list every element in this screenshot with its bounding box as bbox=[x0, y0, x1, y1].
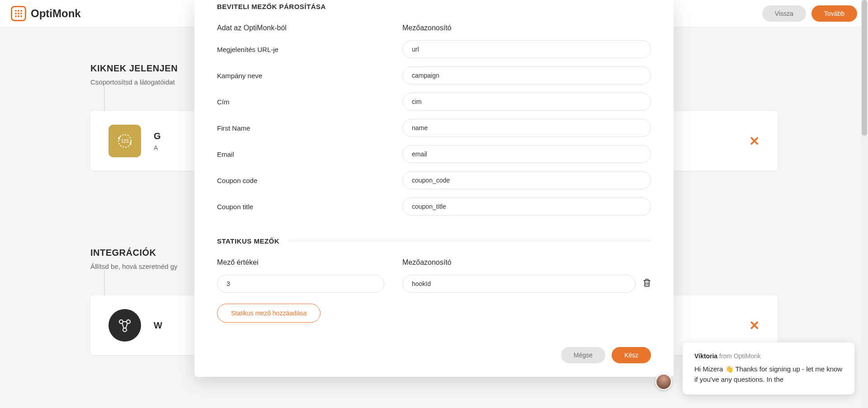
field-id-input[interactable] bbox=[402, 171, 651, 189]
next-button[interactable]: Tovább bbox=[811, 5, 857, 22]
trash-icon[interactable] bbox=[643, 278, 651, 289]
field-id-input[interactable] bbox=[402, 119, 651, 137]
field-label: Email bbox=[217, 150, 384, 158]
input-fields-section-title: BEVITELI MEZŐK PÁROSÍTÁSA bbox=[217, 0, 651, 10]
cancel-button[interactable]: Mégse bbox=[561, 347, 605, 363]
left-column-header: Adat az OptiMonk-ból bbox=[217, 24, 384, 32]
field-id-input[interactable] bbox=[402, 93, 651, 111]
brand-logo: OptiMonk bbox=[11, 6, 81, 21]
field-label: Cím bbox=[217, 98, 384, 106]
add-static-field-button[interactable]: Statikus mező hozzáadása bbox=[217, 304, 321, 323]
chat-sender-from: from OptiMonk bbox=[717, 352, 761, 360]
scrollbar-thumb[interactable] bbox=[862, 0, 867, 136]
static-fields-divider: STATIKUS MEZŐK bbox=[217, 237, 651, 245]
brand-name: OptiMonk bbox=[31, 7, 81, 20]
static-id-input[interactable] bbox=[402, 275, 636, 293]
audience-card-text: G A bbox=[154, 131, 161, 151]
integration-card-title: W bbox=[154, 320, 162, 331]
field-label: Coupon title bbox=[217, 203, 384, 211]
audience-card-title: G bbox=[154, 131, 161, 141]
webhook-icon bbox=[108, 309, 141, 342]
field-id-input[interactable] bbox=[402, 66, 651, 84]
counter-icon: 123 bbox=[108, 125, 141, 157]
right-column-header: Mezőazonosító bbox=[402, 24, 651, 32]
svg-text:123: 123 bbox=[121, 139, 129, 144]
static-fields-section-title: STATIKUS MEZŐK bbox=[217, 237, 279, 245]
modal-footer: Mégse Kész bbox=[194, 336, 674, 377]
static-value-input[interactable] bbox=[217, 275, 384, 293]
field-row: First Name bbox=[217, 119, 651, 137]
field-label: Kampány neve bbox=[217, 72, 384, 80]
field-label: Coupon code bbox=[217, 177, 384, 184]
static-column-headers: Mező értékei Mezőazonosító bbox=[217, 258, 651, 267]
field-row: Email bbox=[217, 145, 651, 163]
field-row: Coupon title bbox=[217, 197, 651, 216]
logo-icon bbox=[11, 6, 26, 21]
scrollbar-track[interactable] bbox=[861, 0, 868, 408]
field-row: Cím bbox=[217, 93, 651, 111]
done-button[interactable]: Kész bbox=[612, 347, 651, 363]
chat-message: Hi Mizera 👋 Thanks for signing up - let … bbox=[694, 364, 843, 385]
field-id-input[interactable] bbox=[402, 197, 651, 216]
column-headers: Adat az OptiMonk-ból Mezőazonosító bbox=[217, 24, 651, 32]
chat-avatar bbox=[656, 374, 672, 390]
chat-sender-name: Viktoria bbox=[694, 352, 717, 360]
field-id-input[interactable] bbox=[402, 40, 651, 58]
field-label: Megjelenítés URL-je bbox=[217, 46, 384, 53]
header-actions: Vissza Tovább bbox=[762, 5, 857, 22]
integration-card-text: W bbox=[154, 320, 162, 331]
field-row: Megjelenítés URL-je bbox=[217, 40, 651, 58]
field-label: First Name bbox=[217, 124, 384, 132]
static-field-row bbox=[217, 275, 651, 293]
static-right-header: Mezőazonosító bbox=[402, 258, 651, 267]
close-icon[interactable]: ✕ bbox=[749, 134, 760, 149]
support-chat-bubble[interactable]: Viktoria from OptiMonk Hi Mizera 👋 Thank… bbox=[683, 342, 854, 394]
field-row: Kampány neve bbox=[217, 66, 651, 84]
audience-card-sub: A bbox=[154, 144, 161, 151]
chat-header: Viktoria from OptiMonk bbox=[694, 352, 843, 360]
field-mapping-modal: BEVITELI MEZŐK PÁROSÍTÁSA Adat az OptiMo… bbox=[194, 0, 674, 377]
field-id-input[interactable] bbox=[402, 145, 651, 163]
close-icon[interactable]: ✕ bbox=[749, 318, 760, 333]
field-row: Coupon code bbox=[217, 171, 651, 189]
back-button[interactable]: Vissza bbox=[762, 5, 806, 22]
static-left-header: Mező értékei bbox=[217, 258, 384, 267]
